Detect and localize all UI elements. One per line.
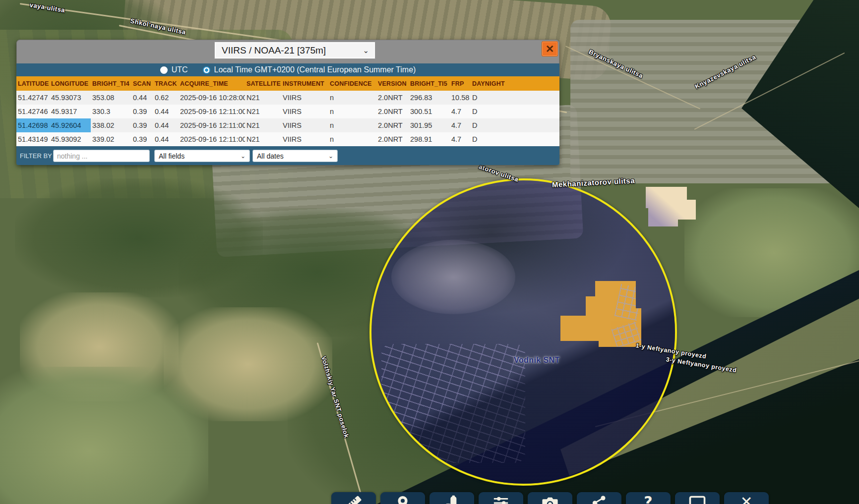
col-header[interactable]: TRACK [153,76,179,91]
cell[interactable]: 0.62 [153,91,179,105]
cell[interactable]: n [328,91,376,105]
fire-detections-table: LATITUDE LONGITUDE BRIGHT_TI4 SCAN TRACK… [16,76,559,146]
cell[interactable]: N21 [245,132,281,146]
cell[interactable]: 338.02 [91,118,131,132]
cell[interactable]: 0.39 [131,118,153,132]
cell[interactable]: 339.02 [91,132,131,146]
cell[interactable]: 2025-09-16 12:11:00 [179,132,245,146]
cell[interactable]: 51.42747 [16,91,50,105]
utc-radio[interactable] [160,66,168,74]
map-viewport[interactable]: vaya ulitsa Shkol'naya ulitsa Bryanskaya… [0,0,859,504]
map-pale-field-1 [20,292,179,401]
col-header[interactable]: DAYNIGHT [471,76,559,91]
cell[interactable]: 45.9317 [50,105,91,118]
cell[interactable]: D [471,105,559,118]
street-label: 3-y Neftyanoy proyezd [666,356,737,374]
cell[interactable]: 0.44 [153,132,179,146]
rectangle-icon [688,495,706,504]
cell[interactable]: n [328,118,376,132]
table-header-row: LATITUDE LONGITUDE BRIGHT_TI4 SCAN TRACK… [16,76,559,91]
cell[interactable]: 2.0NRT [376,91,409,105]
cell[interactable]: VIIRS [281,105,328,118]
cell[interactable]: 296.83 [409,91,450,105]
cell[interactable]: D [471,118,559,132]
cell[interactable]: 2025-09-16 12:11:00 [179,118,245,132]
col-header[interactable]: LATITUDE [16,76,50,91]
marker-tool-button[interactable] [380,492,425,504]
map-pale-field-2 [164,307,332,421]
local-time-radio[interactable] [203,66,210,74]
cell[interactable]: 10.58 [450,91,471,105]
col-header[interactable]: CONFIDENCE [328,76,376,91]
cell[interactable]: 298.91 [409,132,450,146]
help-tool-button[interactable]: ? [626,492,671,504]
fire-footprint-cream[interactable] [646,187,696,226]
fire-data-panel: VIIRS / NOAA-21 [375m] ⌄ ✕ UTC Local Tim… [16,40,559,165]
table-row[interactable]: 51.4274645.9317330.30.390.442025-09-16 1… [16,105,559,118]
col-header[interactable]: SATELLITE [245,76,281,91]
cell[interactable]: n [328,105,376,118]
cell[interactable]: 2.0NRT [376,118,409,132]
cell[interactable]: 45.93073 [50,91,91,105]
cell[interactable]: 51.43149 [16,132,50,146]
measure-tool-button[interactable] [331,492,376,504]
sensor-dropdown[interactable]: VIIRS / NOAA-21 [375m] ⌄ [215,42,375,58]
filter-text-input[interactable] [53,150,150,162]
filter-fields-select[interactable]: All fields ⌄ [154,150,250,162]
cell[interactable]: VIIRS [281,118,328,132]
cell[interactable]: 0.39 [131,105,153,118]
utc-radio-label[interactable]: UTC [172,65,188,74]
col-header[interactable]: ACQUIRE_TIME [179,76,245,91]
cell[interactable]: 4.7 [450,118,471,132]
cell[interactable]: 45.93092 [50,132,91,146]
cell[interactable]: D [471,132,559,146]
cell[interactable]: 330.3 [91,105,131,118]
cell[interactable]: 4.7 [450,132,471,146]
filter-dates-select[interactable]: All dates ⌄ [252,150,338,162]
cell-highlighted[interactable]: 45.92604 [50,118,91,132]
cell[interactable]: D [471,91,559,105]
col-header[interactable]: SCAN [131,76,153,91]
cell[interactable]: 300.51 [409,105,450,118]
cell[interactable]: 0.44 [131,91,153,105]
cell[interactable]: 0.39 [131,132,153,146]
local-time-radio-label[interactable]: Local Time GMT+0200 (Central European Su… [214,65,416,74]
col-header[interactable]: LONGITUDE [50,76,91,91]
cell[interactable]: N21 [245,118,281,132]
cell[interactable]: 2.0NRT [376,132,409,146]
col-header[interactable]: INSTRUMENT [281,76,328,91]
table-row[interactable]: 51.4314945.93092339.020.390.442025-09-16… [16,132,559,146]
table-row-selected[interactable]: 51.4269845.92604338.020.390.442025-09-16… [16,118,559,132]
panel-close-button[interactable]: ✕ [542,41,558,56]
marker-icon [395,495,411,504]
cell[interactable]: 2.0NRT [376,105,409,118]
close-tool-button[interactable]: ✕ [724,492,769,504]
cell-highlighted[interactable]: 51.42698 [16,118,50,132]
col-header[interactable]: VERSION [376,76,409,91]
draw-rectangle-tool-button[interactable] [675,492,720,504]
table-row[interactable]: 51.4274745.93073353.080.440.622025-09-16… [16,91,559,105]
extinguisher-icon [444,495,460,504]
close-icon: ✕ [740,495,752,504]
cell[interactable]: 0.44 [153,105,179,118]
share-tool-button[interactable] [577,492,621,504]
cell[interactable]: N21 [245,91,281,105]
cell[interactable]: 353.08 [91,91,131,105]
cell[interactable]: VIIRS [281,91,328,105]
share-icon [591,495,607,504]
sliders-tool-button[interactable] [479,492,523,504]
col-header[interactable]: BRIGHT_TI5 [409,76,450,91]
cell[interactable]: N21 [245,105,281,118]
col-header[interactable]: FRP [450,76,471,91]
cell[interactable]: 2025-09-16 12:11:00 [179,105,245,118]
cell[interactable]: 4.7 [450,105,471,118]
cell[interactable]: VIIRS [281,132,328,146]
col-header[interactable]: BRIGHT_TI4 [91,76,131,91]
cell[interactable]: 51.42746 [16,105,50,118]
cell[interactable]: 0.44 [153,118,179,132]
cell[interactable]: 2025-09-16 10:28:00 [179,91,245,105]
camera-tool-button[interactable] [528,492,572,504]
cell[interactable]: 301.95 [409,118,450,132]
cell[interactable]: n [328,132,376,146]
extinguisher-tool-button[interactable] [430,492,474,504]
